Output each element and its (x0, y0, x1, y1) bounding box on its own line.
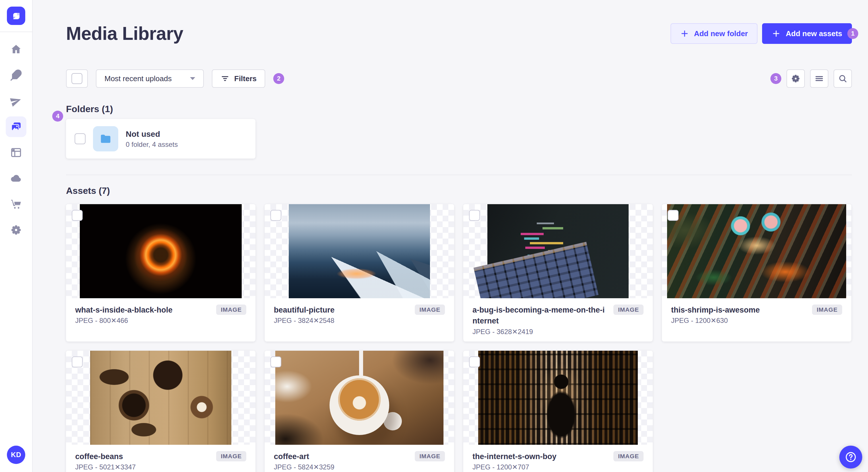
asset-thumbnail (662, 204, 851, 298)
asset-thumbnail (66, 351, 255, 445)
asset-thumbnail (265, 351, 454, 445)
asset-card[interactable]: the-internet-s-own-boy JPEG - 1200✕707 I… (463, 351, 653, 472)
select-all-container (66, 69, 88, 88)
asset-type-badge: IMAGE (613, 305, 644, 315)
asset-meta: JPEG - 5824✕3259 (274, 463, 334, 471)
asset-image (478, 351, 638, 445)
sidebar-item-content-type-builder[interactable] (6, 142, 26, 163)
cloud-icon (10, 172, 22, 184)
asset-thumbnail (265, 204, 454, 298)
help-button[interactable] (839, 446, 862, 469)
asset-type-badge: IMAGE (216, 305, 246, 315)
sidebar-item-releases[interactable] (6, 91, 26, 111)
asset-title: what-s-inside-a-black-hole (75, 305, 173, 315)
folder-subtitle: 0 folder, 4 assets (126, 140, 178, 148)
sidebar-item-marketplace[interactable] (6, 194, 26, 214)
asset-card-footer: beautiful-picture JPEG - 3824✕2548 IMAGE (265, 298, 454, 330)
asset-image (667, 204, 846, 298)
asset-image (90, 351, 231, 445)
asset-meta: JPEG - 3628✕2419 (472, 328, 608, 336)
filters-button[interactable]: Filters (212, 69, 265, 88)
asset-info: a-bug-is-becoming-a-meme-on-the-internet… (472, 305, 608, 336)
paper-plane-icon (10, 95, 22, 107)
strapi-logo[interactable] (7, 7, 25, 25)
list-view-button[interactable] (810, 69, 828, 88)
asset-title: the-internet-s-own-boy (472, 451, 556, 462)
asset-title: coffee-art (274, 451, 334, 462)
cart-icon (10, 198, 22, 210)
gear-icon (10, 224, 22, 236)
tour-step-badge-2[interactable]: 2 (273, 73, 284, 84)
asset-title: beautiful-picture (274, 305, 335, 315)
asset-info: what-s-inside-a-black-hole JPEG - 800✕46… (75, 305, 173, 325)
asset-card[interactable]: coffee-beans JPEG - 5021✕3347 IMAGE (66, 351, 255, 472)
sidebar-item-settings[interactable] (6, 220, 26, 240)
user-avatar[interactable]: KD (7, 446, 25, 464)
asset-card[interactable]: what-s-inside-a-black-hole JPEG - 800✕46… (66, 204, 255, 341)
media-library-app: KD Media Library Add new folder Add new … (0, 0, 868, 472)
filter-icon (220, 74, 229, 83)
folder-tile (93, 126, 118, 151)
sidebar-item-media-library[interactable] (6, 116, 26, 137)
sidebar-item-home[interactable] (6, 39, 26, 60)
asset-checkbox[interactable] (270, 357, 281, 367)
folders-section: 4 Folders (1) Not used 0 folder, 4 asset… (66, 104, 852, 159)
add-new-folder-button[interactable]: Add new folder (671, 23, 758, 44)
asset-type-badge: IMAGE (613, 451, 644, 461)
asset-thumbnail (66, 204, 255, 298)
asset-card-footer: a-bug-is-becoming-a-meme-on-the-internet… (463, 298, 653, 341)
search-button[interactable] (834, 69, 852, 88)
add-new-folder-label: Add new folder (694, 29, 748, 38)
asset-info: coffee-beans JPEG - 5021✕3347 (75, 451, 136, 471)
asset-checkbox[interactable] (469, 210, 480, 221)
page-header: Media Library Add new folder Add new ass… (66, 23, 852, 44)
select-all-checkbox[interactable] (71, 73, 82, 84)
asset-card[interactable]: beautiful-picture JPEG - 3824✕2548 IMAGE (265, 204, 454, 341)
asset-card[interactable]: a-bug-is-becoming-a-meme-on-the-internet… (463, 204, 653, 341)
asset-image (275, 351, 443, 445)
sidebar-item-content-manager[interactable] (6, 65, 26, 86)
asset-info: coffee-art JPEG - 5824✕3259 (274, 451, 334, 471)
sidebar: KD (0, 0, 33, 472)
asset-title: coffee-beans (75, 451, 136, 462)
sidebar-nav (6, 39, 26, 240)
asset-checkbox[interactable] (72, 210, 83, 221)
sidebar-item-deployments[interactable] (6, 168, 26, 189)
asset-checkbox[interactable] (270, 210, 281, 221)
asset-card-footer: what-s-inside-a-black-hole JPEG - 800✕46… (66, 298, 255, 330)
header-actions: Add new folder Add new assets 1 (671, 23, 852, 44)
question-mark-icon (844, 451, 857, 463)
asset-checkbox[interactable] (469, 357, 480, 367)
toolbar-right: 3 (770, 69, 852, 88)
folder-card[interactable]: Not used 0 folder, 4 assets (66, 119, 255, 159)
assets-heading: Assets (7) (66, 186, 852, 196)
logo-container (0, 0, 32, 32)
folder-checkbox[interactable] (74, 133, 86, 144)
tour-step-badge-1[interactable]: 1 (847, 28, 858, 39)
asset-checkbox[interactable] (72, 357, 83, 367)
list-icon (814, 74, 824, 83)
asset-type-badge: IMAGE (415, 451, 445, 461)
asset-thumbnail (463, 351, 653, 445)
section-divider (66, 175, 852, 175)
folder-icon (99, 133, 112, 145)
asset-card[interactable]: coffee-art JPEG - 5824✕3259 IMAGE (265, 351, 454, 472)
asset-image (80, 204, 242, 298)
main-content: Media Library Add new folder Add new ass… (33, 0, 868, 472)
tour-step-badge-4[interactable]: 4 (52, 111, 63, 122)
sort-select[interactable]: Most recent uploads (96, 69, 204, 88)
asset-card[interactable]: this-shrimp-is-awesome JPEG - 1200✕630 I… (662, 204, 851, 341)
toolbar: Most recent uploads Filters 2 3 (66, 69, 852, 88)
folder-info: Not used 0 folder, 4 assets (126, 129, 178, 148)
tour-step-badge-3[interactable]: 3 (770, 73, 781, 84)
folders-heading: Folders (1) (66, 104, 852, 114)
asset-info: the-internet-s-own-boy JPEG - 1200✕707 (472, 451, 556, 471)
toolbar-left: Most recent uploads Filters 2 (66, 69, 284, 88)
media-settings-button[interactable] (786, 69, 805, 88)
media-library-icon (10, 121, 22, 133)
asset-title: this-shrimp-is-awesome (671, 305, 760, 315)
add-new-assets-button[interactable]: Add new assets (762, 23, 852, 44)
chevron-down-icon (190, 77, 195, 80)
asset-title: a-bug-is-becoming-a-meme-on-the-internet (472, 305, 608, 327)
asset-checkbox[interactable] (668, 210, 679, 221)
